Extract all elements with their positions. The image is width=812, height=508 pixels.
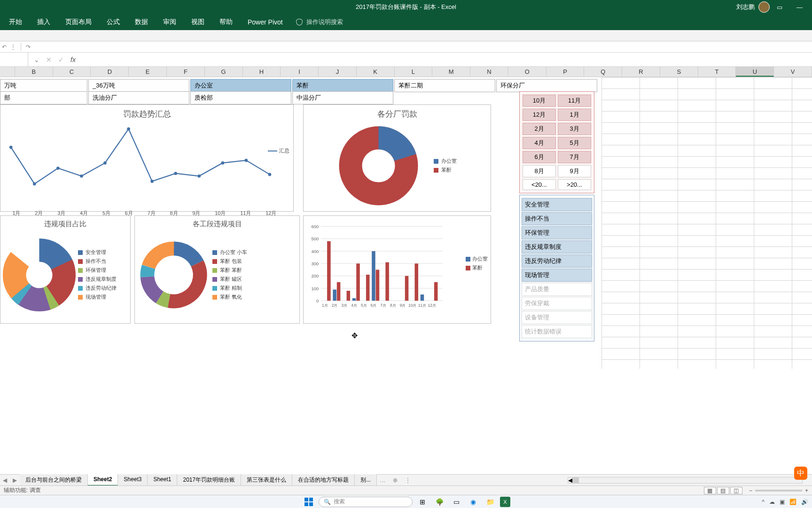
hscroll[interactable]: ◀: [414, 477, 812, 484]
slicer-month-item[interactable]: 4月: [523, 137, 556, 149]
zoom-out-icon[interactable]: −: [749, 487, 752, 494]
excel-icon[interactable]: X: [500, 497, 510, 507]
sheet-tab[interactable]: 别...: [355, 474, 377, 486]
slicer-month-item[interactable]: 2月: [523, 123, 556, 135]
system-tray[interactable]: ^ ☁ ▣ 📶 🔊: [762, 499, 808, 505]
scroll-thumb[interactable]: [572, 477, 579, 484]
slicer-month-item[interactable]: 7月: [558, 151, 591, 163]
slicer-categories[interactable]: 安全管理操作不当环保管理违反规章制度违反劳动纪律现场管理产品质量劳保穿戴设备管理…: [519, 195, 594, 341]
slicer-item[interactable]: 部: [0, 91, 87, 104]
column-header[interactable]: L: [395, 67, 433, 77]
slicer-months[interactable]: 10月11月12月1月2月3月4月5月6月7月8月9月<20...>20...: [519, 91, 594, 193]
scroll-left-icon[interactable]: ◀: [568, 477, 572, 484]
qat-customize-icon[interactable]: ⋮: [8, 44, 18, 50]
edge-icon[interactable]: ◉: [466, 496, 480, 508]
ribbon-tab[interactable]: 开始: [2, 14, 29, 30]
column-header[interactable]: B: [15, 67, 53, 77]
app-icon[interactable]: ▭: [449, 496, 463, 508]
enter-icon[interactable]: ✓: [58, 56, 64, 64]
sheet-nav-prev-icon[interactable]: ◀: [0, 477, 10, 484]
chart-donut-violation-share[interactable]: 违规项目占比 安全管理操作不当环保管理违反规章制度违反劳动纪律现场管理: [0, 215, 131, 324]
slicer-month-item[interactable]: 9月: [558, 165, 591, 177]
slicer-category-item[interactable]: 劳保穿戴: [522, 297, 592, 310]
sheet-tab[interactable]: 2017年罚款明细台账: [177, 474, 241, 486]
slicer-month-item[interactable]: 6月: [523, 151, 556, 163]
slicer-category-item[interactable]: 设备管理: [522, 311, 592, 324]
redo-icon[interactable]: ↷: [24, 44, 32, 50]
slicer-month-item[interactable]: 1月: [558, 109, 591, 121]
column-header[interactable]: J: [319, 67, 357, 77]
zoom-control[interactable]: − +: [749, 487, 808, 494]
slicer-category-item[interactable]: 违反劳动纪律: [522, 254, 592, 268]
slicer-category-item[interactable]: 产品质量: [522, 283, 592, 296]
sheet-tab[interactable]: Sheet1: [148, 474, 177, 486]
start-button-icon[interactable]: [302, 496, 316, 508]
view-layout-icon[interactable]: ▤: [717, 487, 729, 494]
cancel-icon[interactable]: ✕: [46, 56, 52, 64]
ribbon-tab[interactable]: 数据: [128, 14, 155, 30]
slicer-category-item[interactable]: 操作不当: [522, 212, 592, 225]
chart-donut-sections[interactable]: 各工段违规项目 办公室 小车苯酐 包装苯酐 苯酐苯酐 罐区苯酐 精制苯酐 氧化: [134, 215, 300, 324]
widgets-icon[interactable]: 🌳: [432, 496, 446, 508]
slicer-category-item[interactable]: 违反规章制度: [522, 240, 592, 254]
sheet-tab[interactable]: Sheet2: [88, 474, 118, 486]
column-header[interactable]: R: [622, 67, 660, 77]
slicer-month-item[interactable]: 8月: [523, 165, 556, 177]
slicer-item[interactable]: 办公室: [190, 79, 291, 92]
sheet-tab[interactable]: 在合适的地方写标题: [292, 474, 355, 486]
column-header[interactable]: E: [129, 67, 167, 77]
ribbon-tab[interactable]: 视图: [185, 14, 211, 30]
slicer-item[interactable]: _36万吨: [88, 79, 189, 92]
sheet-more-icon[interactable]: …: [377, 477, 388, 484]
sheet-nav-next-icon[interactable]: ▶: [10, 477, 20, 484]
column-header[interactable]: D: [91, 67, 129, 77]
zoom-in-icon[interactable]: +: [805, 487, 808, 494]
sheet-tab[interactable]: 第三张表是什么: [241, 474, 292, 486]
worksheet-area[interactable]: 万吨_36万吨办公室苯酐苯酐二期环保分厂 部洗油分厂质检部中温分厂 罚款趋势汇总…: [0, 77, 812, 369]
ribbon-tab[interactable]: 审阅: [156, 14, 183, 30]
sheet-tab[interactable]: 后台与前台之间的桥梁: [20, 474, 88, 486]
tray-app-icon[interactable]: ▣: [780, 499, 785, 505]
taskbar-search[interactable]: 🔍 搜索: [319, 497, 413, 507]
slicer-item[interactable]: 中温分厂: [292, 91, 393, 104]
task-view-icon[interactable]: ⊞: [415, 496, 429, 508]
column-header[interactable]: O: [508, 67, 547, 77]
ribbon-tab[interactable]: 帮助: [213, 14, 239, 30]
column-header[interactable]: Q: [584, 67, 622, 77]
chart-donut-factories[interactable]: 各分厂罚款 办公室苯酐: [303, 104, 491, 212]
user-avatar-icon[interactable]: [758, 1, 770, 13]
onedrive-icon[interactable]: ☁: [769, 499, 775, 505]
namebox-dropdown-icon[interactable]: ⌄: [34, 56, 39, 64]
slicer-item[interactable]: 质检部: [190, 91, 291, 104]
chart-line-trend[interactable]: 罚款趋势汇总 汇总 1月2月3月4月5月6月7月8月9月10月11月12月: [0, 104, 294, 212]
ribbon-display-icon[interactable]: ▭: [777, 4, 782, 11]
slicer-item[interactable]: 洗油分厂: [88, 91, 189, 104]
slicer-month-item[interactable]: <20...: [523, 179, 556, 190]
slicer-category-item[interactable]: 统计数据错误: [522, 325, 592, 338]
slicer-month-item[interactable]: 5月: [558, 137, 591, 149]
ribbon-tab[interactable]: Power Pivot: [241, 15, 289, 30]
slicer-category-item[interactable]: 安全管理: [522, 198, 592, 211]
wifi-icon[interactable]: 📶: [789, 499, 796, 505]
view-normal-icon[interactable]: ▦: [704, 487, 716, 494]
column-header[interactable]: G: [205, 67, 243, 77]
slicer-month-item[interactable]: 11月: [558, 95, 591, 107]
column-header[interactable]: N: [470, 67, 508, 77]
slicer-month-item[interactable]: 3月: [558, 123, 591, 135]
volume-icon[interactable]: 🔊: [801, 499, 808, 505]
fx-icon[interactable]: fx: [70, 56, 76, 64]
view-pagebreak-icon[interactable]: ◫: [730, 487, 742, 494]
column-header[interactable]: M: [432, 67, 470, 77]
slicer-item[interactable]: 环保分厂: [496, 79, 597, 92]
column-header[interactable]: P: [547, 67, 585, 77]
chart-bar-monthly[interactable]: 0100200300400500600 1月2月3月4月5月6月7月8月9月10…: [303, 215, 491, 324]
slicer-item[interactable]: 苯酐: [292, 79, 393, 92]
tray-chevron-icon[interactable]: ^: [762, 499, 765, 505]
ime-indicator[interactable]: 中: [794, 467, 807, 480]
column-header[interactable]: T: [698, 67, 736, 77]
select-all-corner[interactable]: [0, 67, 15, 77]
sheet-tab[interactable]: Sheet3: [118, 474, 148, 486]
name-box[interactable]: [0, 53, 28, 66]
sheet-add-icon[interactable]: ⊕: [388, 477, 402, 484]
column-header[interactable]: C: [53, 67, 91, 77]
